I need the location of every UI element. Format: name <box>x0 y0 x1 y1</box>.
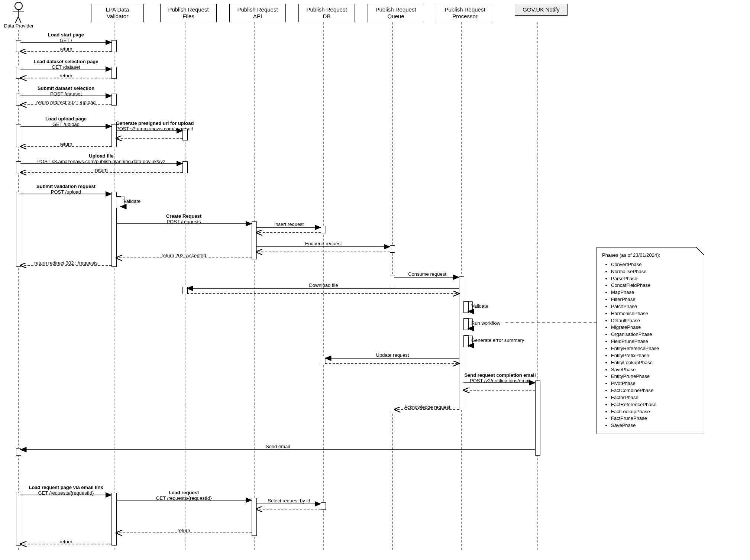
activation-processor-self-1 <box>463 301 469 313</box>
participant-db: Publish Request DB <box>298 4 355 22</box>
msg-load-ds: Load dataset selection pageGET /dataset <box>20 59 111 70</box>
phase-item: ConcatFieldPhase <box>611 282 699 289</box>
activation-validator-self <box>116 196 121 208</box>
msg-redirect-upload: return redirect 302 : /upload <box>20 100 111 105</box>
phase-item: EntityReferencePhase <box>611 345 699 352</box>
actor-label: Data Provider <box>3 23 35 29</box>
participant-notify: GOV.UK Notify <box>515 4 568 16</box>
activation-api-2 <box>252 498 257 536</box>
phase-item: OrganisationPhase <box>611 331 699 338</box>
lifeline-actor <box>18 30 19 550</box>
phase-item: MapPhase <box>611 289 699 296</box>
msg-upload-file: Upload filePOST s3.amazonaws.com/publish… <box>20 153 182 164</box>
phase-item: SavePhase <box>611 422 699 429</box>
activation-db-2 <box>321 357 326 364</box>
msg-load-start: Load start pageGET / <box>20 32 111 43</box>
activation-validator-2 <box>111 67 117 79</box>
phase-item: PivotPhase <box>611 380 699 387</box>
msg-return-2: return <box>20 73 111 78</box>
participant-api: Publish Request API <box>229 4 286 22</box>
phase-item: SavePhase <box>611 366 699 373</box>
activation-actor-6 <box>16 493 21 546</box>
msg-redirect-requests: return redirect 302 : /requests <box>20 260 111 266</box>
msg-enqueue-req: Enqueue request <box>256 241 390 246</box>
phase-item: FactCombinePhase <box>611 387 699 394</box>
msg-create-req: Create RequestPOST /requests <box>116 213 252 224</box>
phase-item: FactReferencePhase <box>611 401 699 408</box>
activation-processor-self-2 <box>463 318 469 330</box>
msg-update-req: Update request <box>326 352 459 358</box>
msg-load-req: Load requestGET /requests/{requestId} <box>116 490 252 501</box>
msg-load-req-page: Load request page via email linkGET /req… <box>20 485 111 496</box>
participant-processor: Publish Request Processor <box>437 4 493 22</box>
msg-send-email-actor: Send email <box>20 444 535 449</box>
phase-item: DefaultPhase <box>611 317 699 324</box>
phase-item: FactPrunePhase <box>611 415 699 422</box>
msg-ret-202: return 202: Accepted <box>116 253 252 258</box>
phase-item: EntityPrunePhase <box>611 373 699 380</box>
msg-return-5: return <box>116 528 252 533</box>
phase-item: HarmonisePhase <box>611 310 699 317</box>
phase-item: ParsePhase <box>611 275 699 282</box>
activation-validator-1 <box>111 40 117 52</box>
participant-validator: LPA Data Validator <box>91 4 144 22</box>
phase-item: EntityPrefixPhase <box>611 352 699 359</box>
msg-send-email: Send request completion emailPOST /v2/no… <box>464 372 536 383</box>
msg-return-1: return <box>20 46 111 52</box>
phase-item: ConvertPhase <box>611 261 699 268</box>
activation-queue-2 <box>390 275 395 413</box>
msg-select-by-id: Select request by id <box>256 498 321 504</box>
activation-db-3 <box>321 502 326 510</box>
lifeline-files <box>185 22 185 550</box>
msg-submit-val: Submit validation requestPOST /upload <box>20 184 111 195</box>
lifeline-notify <box>537 22 538 550</box>
activation-api-1 <box>252 221 257 259</box>
msg-ack-req: Acknowledge request <box>395 404 460 410</box>
msg-gen-err: Generate error summary <box>471 337 524 343</box>
activation-notify <box>535 381 540 456</box>
msg-return-6: return <box>20 539 111 544</box>
msg-insert-req: Insert request <box>256 221 321 227</box>
phases-note: Phases (as of 23/01/2024): ConvertPhaseN… <box>597 247 704 434</box>
phases-note-title: Phases (as of 23/01/2024): <box>602 252 699 259</box>
msg-presigned: Generate presigned url for uploadPOST s3… <box>116 120 183 132</box>
phase-item: EntityLookupPhase <box>611 359 699 366</box>
phases-list: ConvertPhaseNormalisePhaseParsePhaseConc… <box>602 261 699 429</box>
activation-files-3 <box>182 287 188 294</box>
msg-return-4: return <box>20 167 182 173</box>
activation-validator-3 <box>111 94 117 106</box>
activation-actor-5 <box>16 192 21 267</box>
sequence-diagram: Data Provider LPA Data Validator Publish… <box>0 0 750 560</box>
msg-load-upload: Load upload pageGET /upload <box>20 116 111 127</box>
msg-consume-req: Consume request <box>395 271 460 277</box>
activation-processor-self-3 <box>463 335 469 347</box>
phase-item: MigratePhase <box>611 324 699 331</box>
activation-actor-email <box>16 448 21 456</box>
msg-submit-ds: Submit dataset selectionPOST /dataset <box>20 85 111 97</box>
phase-item: PatchPhase <box>611 303 699 310</box>
activation-files-2 <box>182 161 188 173</box>
phase-item: FactLookupPhase <box>611 408 699 415</box>
phase-item: FactorPhase <box>611 394 699 401</box>
participant-queue: Publish Request Queue <box>368 4 424 22</box>
phase-item: FieldPrunePhase <box>611 338 699 345</box>
msg-run-workflow: Run workflow <box>471 320 500 326</box>
msg-return-3: return <box>20 141 111 147</box>
phase-item: FilterPhase <box>611 296 699 303</box>
msg-download-file: Download file <box>187 282 460 288</box>
phase-item: NormalisePhase <box>611 268 699 275</box>
activation-db-1 <box>321 226 326 233</box>
participant-files: Publish Request Files <box>160 4 217 22</box>
msg-proc-validate: Validate <box>471 303 488 309</box>
activation-queue-1 <box>390 245 395 253</box>
msg-self-validate: Validate <box>123 198 140 204</box>
